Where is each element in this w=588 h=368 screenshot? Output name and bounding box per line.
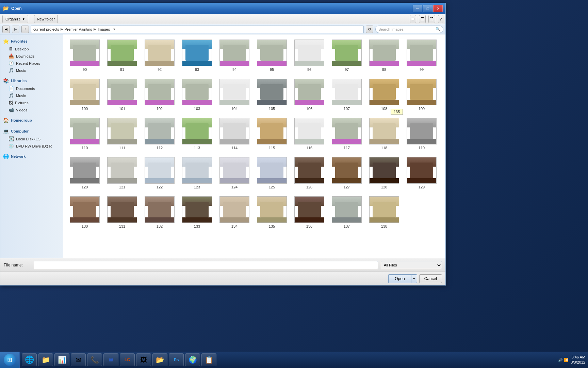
up-button[interactable]: ↑ [21, 26, 29, 33]
file-item[interactable]: 90 [66, 37, 103, 76]
file-item[interactable]: 115 [253, 116, 291, 155]
file-item[interactable]: 96 [291, 37, 328, 76]
maximize-button[interactable]: □ [423, 5, 432, 12]
file-item[interactable]: 114 [216, 116, 253, 155]
taskbar-explorer[interactable]: 📁 [38, 353, 53, 366]
view-list-button[interactable]: ☰ [419, 15, 426, 23]
file-item[interactable]: 122 [141, 155, 178, 194]
file-item[interactable]: 123 [178, 155, 216, 194]
breadcrumb-part-1[interactable]: current projects [33, 27, 59, 31]
file-item[interactable]: 137 [328, 194, 365, 233]
file-item[interactable]: 132 [141, 194, 178, 233]
sidebar-item-local-disk[interactable]: 💽 Local Disk (C:) [0, 135, 63, 142]
forward-button[interactable]: ▶ [12, 26, 19, 33]
file-item[interactable]: 102 [141, 76, 178, 116]
sidebar-item-music-lib[interactable]: 🎵 Music [0, 92, 63, 99]
network-header[interactable]: 🌐 Network [0, 152, 63, 160]
breadcrumb-part-3[interactable]: Images [98, 27, 110, 31]
search-bar[interactable]: Search Images 🔍 [375, 26, 443, 33]
breadcrumb[interactable]: current projects ▶ Premier Painting ▶ Im… [31, 26, 364, 33]
file-item[interactable]: 113 [178, 116, 216, 155]
open-button[interactable]: Open [388, 274, 411, 283]
sidebar-item-music-fav[interactable]: 🎵 Music [0, 67, 63, 74]
filetype-select[interactable]: All Files JPEG Image PNG Image BMP Image [381, 261, 442, 269]
file-item[interactable]: 134 [216, 194, 253, 233]
help-button[interactable]: ? [438, 15, 443, 23]
sidebar-item-videos[interactable]: 📹 Videos [0, 106, 63, 113]
file-item[interactable]: 128 [365, 155, 403, 194]
minimize-button[interactable]: ─ [413, 5, 422, 12]
file-item[interactable]: 101 [103, 76, 141, 116]
taskbar-word[interactable]: W [103, 353, 118, 366]
file-item[interactable]: 107 [328, 76, 365, 116]
sidebar-item-downloads[interactable]: 📥 Downloads [0, 52, 63, 60]
file-item[interactable]: 133 [178, 194, 216, 233]
file-item[interactable]: 127 [328, 155, 365, 194]
organize-button[interactable]: Organize ▼ [2, 15, 28, 23]
taskbar-photoshop[interactable]: Ps [169, 353, 184, 366]
taskbar-outlook[interactable]: ✉ [71, 353, 86, 366]
taskbar-ie[interactable]: 🌐 [22, 353, 37, 366]
taskbar-browser2[interactable]: 🌍 [185, 353, 200, 366]
homegroup-header[interactable]: 🏠 Homegroup [0, 116, 63, 124]
file-item[interactable]: 110 [66, 116, 103, 155]
libraries-header[interactable]: 📚 Libraries [0, 77, 63, 85]
file-item[interactable]: 111 [103, 116, 141, 155]
sidebar-item-documents[interactable]: 📄 Documents [0, 85, 63, 92]
file-item[interactable]: 131 [103, 194, 141, 233]
refresh-button[interactable]: ↻ [366, 26, 373, 33]
sidebar-item-desktop[interactable]: 🖥 Desktop [0, 45, 63, 52]
file-item[interactable]: 104 [216, 76, 253, 116]
computer-header[interactable]: 💻 Computer [0, 127, 63, 135]
favorites-header[interactable]: ⭐ Favorites [0, 37, 63, 45]
sidebar-item-recent-places[interactable]: 🕐 Recent Places [0, 60, 63, 67]
close-button[interactable]: ✕ [433, 5, 443, 12]
taskbar-app[interactable]: 📋 [201, 353, 216, 366]
file-item[interactable]: 97 [328, 37, 365, 76]
breadcrumb-part-2[interactable]: Premier Painting [65, 27, 92, 31]
file-item[interactable]: 106 [291, 76, 328, 116]
file-item[interactable]: 98 [365, 37, 403, 76]
file-item[interactable]: 120 [66, 155, 103, 194]
file-item[interactable]: 118 [365, 116, 403, 155]
file-item[interactable]: 103 [178, 76, 216, 116]
back-button[interactable]: ◀ [2, 26, 10, 33]
file-item[interactable]: 121 [103, 155, 141, 194]
file-item[interactable]: 116 [291, 116, 328, 155]
file-item[interactable]: 126 [291, 155, 328, 194]
file-item[interactable]: 112 [141, 116, 178, 155]
file-item[interactable]: 124 [216, 155, 253, 194]
file-item[interactable]: 119 [403, 116, 440, 155]
taskbar-excel[interactable]: 📊 [54, 353, 69, 366]
new-folder-button[interactable]: New folder [34, 15, 58, 23]
taskbar-photos[interactable]: 🖼 [136, 353, 151, 366]
open-button-arrow[interactable]: ▼ [411, 274, 417, 283]
file-item[interactable]: 93 [178, 37, 216, 76]
taskbar-lc[interactable]: LC [120, 353, 135, 366]
file-item[interactable]: 105 [253, 76, 291, 116]
file-area[interactable]: 90 91 92 93 94 [63, 34, 445, 258]
filename-input[interactable] [34, 261, 378, 269]
file-item[interactable]: 94 [216, 37, 253, 76]
file-item[interactable]: 136 [291, 194, 328, 233]
file-item[interactable]: 109 [403, 76, 440, 116]
cancel-button[interactable]: Cancel [419, 274, 442, 283]
file-item[interactable]: 138 [365, 194, 403, 233]
file-item[interactable]: 99 [403, 37, 440, 76]
file-item[interactable]: 125 [253, 155, 291, 194]
sidebar-item-pictures[interactable]: 🖼 Pictures [0, 99, 63, 106]
taskbar-skype[interactable]: 📞 [87, 353, 102, 366]
start-button[interactable]: ⊞ [0, 352, 20, 368]
file-item[interactable]: 100 [66, 76, 103, 116]
file-item[interactable]: 130 [66, 194, 103, 233]
taskbar-folder2[interactable]: 📂 [152, 353, 167, 366]
view-icons-button[interactable]: ⊞ [410, 15, 416, 23]
file-item[interactable]: 91 [103, 37, 141, 76]
file-item[interactable]: 117 [328, 116, 365, 155]
file-item[interactable]: 95 [253, 37, 291, 76]
file-item[interactable]: 129 [403, 155, 440, 194]
file-item[interactable]: 92 [141, 37, 178, 76]
file-item[interactable]: 135 [253, 194, 291, 233]
sidebar-item-dvd-drive[interactable]: 💿 DVD RW Drive (D:) R [0, 142, 63, 150]
view-details-button[interactable]: ☷ [428, 15, 435, 23]
